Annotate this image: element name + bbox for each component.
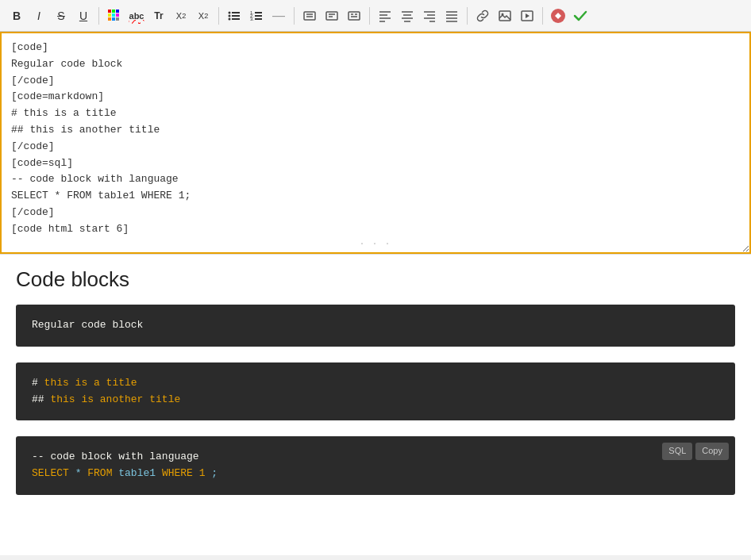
sql-where: WHERE (162, 467, 193, 479)
resize-dots: · · · (360, 238, 391, 251)
svg-rect-21 (304, 12, 315, 20)
svg-rect-0 (108, 10, 111, 13)
italic-button[interactable]: I (29, 6, 49, 26)
svg-point-13 (229, 17, 231, 20)
svg-rect-16 (255, 12, 262, 13)
unordered-list-button[interactable] (224, 6, 245, 26)
code-block-markdown: # this is a title ## this is another tit… (16, 362, 735, 421)
editor-toolbar: B I S U abc Tr X2 X2 1.2.3. — (0, 0, 751, 32)
svg-rect-12 (232, 15, 240, 17)
editor-text: [code] Regular code block [/code] [code=… (11, 40, 740, 238)
md-line-1: # this is a title (32, 375, 719, 392)
sql-num: 1 (199, 467, 206, 479)
separator-6 (542, 7, 543, 25)
ordered-list-button[interactable]: 1.2.3. (246, 6, 267, 26)
svg-rect-6 (108, 17, 111, 21)
svg-rect-18 (255, 15, 262, 17)
svg-rect-7 (112, 17, 115, 21)
separator-2 (218, 7, 219, 25)
subscript-button[interactable]: X2 (193, 6, 214, 26)
sql-label-bar: SQL Copy (662, 443, 729, 460)
sql-lang-badge: SQL (662, 443, 692, 460)
code-block-plain: Regular code block (16, 305, 735, 347)
link-button[interactable] (472, 6, 493, 26)
sql-select: SELECT (32, 467, 69, 479)
image-button[interactable] (495, 6, 515, 26)
svg-rect-4 (112, 13, 115, 17)
svg-rect-14 (232, 18, 240, 20)
md-hash-2: ## (32, 393, 50, 405)
md-title-1: this is a title (44, 377, 137, 389)
hr-button[interactable]: — (268, 6, 289, 26)
md-title-2: this is another title (50, 393, 180, 405)
sql-semicolon: ; (211, 467, 218, 479)
sql-star: * (75, 467, 88, 479)
svg-rect-3 (108, 13, 111, 17)
separator-1 (98, 7, 99, 25)
svg-point-9 (229, 11, 231, 13)
svg-rect-27 (349, 12, 360, 20)
sql-comment-line: -- code block with language (32, 449, 719, 466)
superscript-button[interactable]: X2 (171, 6, 191, 26)
strikethrough-button[interactable]: S (51, 6, 71, 26)
sql-query-line: SELECT * FROM table1 WHERE 1 ; (32, 466, 719, 482)
bold-button[interactable]: B (6, 6, 27, 26)
md-line-2: ## this is another title (32, 392, 719, 408)
quote2-button[interactable] (322, 6, 342, 26)
textstyle-button[interactable]: Tr (148, 6, 169, 26)
preview-title: Code blocks (16, 267, 735, 292)
spellcheck-button[interactable]: abc (126, 6, 147, 26)
align-left-button[interactable] (375, 6, 395, 26)
copy-button[interactable]: Copy (695, 443, 729, 460)
approve-button[interactable] (570, 6, 591, 26)
sql-comment: -- code block with language (32, 451, 199, 462)
preview-area: Code blocks Regular code block # this is… (0, 254, 751, 555)
align-center-button[interactable] (397, 6, 418, 26)
svg-rect-8 (116, 17, 119, 21)
md-hash-1: # (32, 377, 44, 389)
code-block-sql: SQL Copy -- code block with language SEL… (16, 436, 735, 495)
sql-from: FROM (87, 467, 112, 479)
svg-marker-50 (526, 13, 530, 18)
quote1-button[interactable] (299, 6, 320, 26)
separator-4 (369, 7, 370, 25)
svg-rect-10 (232, 12, 240, 13)
quote3-button[interactable] (344, 6, 364, 26)
svg-rect-2 (116, 10, 119, 13)
media-button[interactable] (517, 6, 537, 26)
svg-rect-5 (116, 13, 119, 17)
svg-rect-1 (112, 10, 115, 13)
align-right-button[interactable] (419, 6, 440, 26)
color-button[interactable] (104, 6, 125, 26)
align-justify-button[interactable] (441, 6, 462, 26)
svg-rect-20 (255, 18, 262, 20)
svg-rect-24 (326, 12, 337, 20)
underline-button[interactable]: U (73, 6, 94, 26)
sql-tablename: table1 (118, 467, 162, 479)
svg-text:3.: 3. (250, 17, 254, 21)
separator-3 (294, 7, 295, 25)
source-button[interactable] (548, 6, 568, 26)
editor-content[interactable]: [code] Regular code block [/code] [code=… (0, 32, 751, 254)
code-plain-text: Regular code block (32, 319, 143, 331)
svg-point-11 (229, 14, 231, 17)
separator-5 (467, 7, 468, 25)
